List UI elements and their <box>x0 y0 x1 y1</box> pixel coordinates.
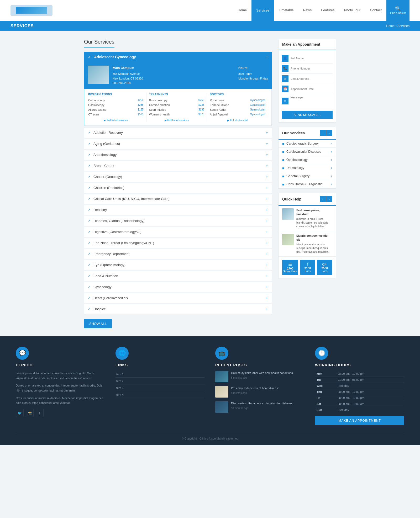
day-label: Fri <box>315 395 336 401</box>
logo[interactable] <box>10 5 52 16</box>
treatments-title: TREATMENTS <box>149 93 204 96</box>
nav-features[interactable]: Features <box>316 0 339 21</box>
send-message-button[interactable]: SEND MESSAGE › <box>282 111 333 119</box>
rss-icon: ☰ <box>283 262 297 267</box>
service-list-item[interactable]: ✓ Ear, Nose, Throat (Otolaryngology/ENT)… <box>84 238 272 248</box>
nav-timetable[interactable]: Timetable <box>274 0 298 21</box>
make-appointment-button[interactable]: MAKE AN APPOINTMENT <box>315 416 404 425</box>
email-input[interactable] <box>291 77 333 80</box>
message-input[interactable] <box>291 96 333 106</box>
service-list-item[interactable]: ✓ Gynecology + <box>84 282 272 292</box>
phone-field: 📞 <box>282 64 333 74</box>
flag-icon: ◼ <box>282 167 284 170</box>
show-all-button[interactable]: SHOW ALL <box>84 319 112 328</box>
add-icon: + <box>266 130 268 135</box>
email-field: ✉ <box>282 74 333 84</box>
sidebar-service-item[interactable]: ◼ Consultative & Diagnostic › <box>279 180 336 188</box>
service-list-item[interactable]: ✓ Hospice + <box>84 304 272 314</box>
footer-link-item: Item 2 <box>116 378 205 384</box>
nav-home[interactable]: Home <box>233 0 252 21</box>
table-row: Colonoscopy $250 <box>88 98 144 103</box>
recent-post-title[interactable]: Pets may reduce risk of heart disease <box>231 386 279 390</box>
person-icon: 👤 <box>282 55 288 62</box>
sidebar-prev-button[interactable]: ‹ <box>320 130 326 136</box>
add-icon: + <box>266 307 268 311</box>
service-list-item[interactable]: ✓ Breast Center + <box>84 161 272 171</box>
service-list-item[interactable]: ✓ Children (Pediatrics) + <box>84 183 272 193</box>
sidebar-service-item[interactable]: ◼ Dermatology › <box>279 164 336 172</box>
service-list-item[interactable]: ✓ Critical Care Units (ICU, NICU, Interm… <box>84 194 272 204</box>
our-services-heading: Our Services <box>84 39 114 47</box>
footer-hours-col: 🕐 WORKING HOURS Mon 08:00 am - 12:00 pm … <box>315 347 404 425</box>
nav-services[interactable]: Services <box>251 0 274 21</box>
nav-photo-tour[interactable]: Photo Tour <box>339 0 365 21</box>
phone-input[interactable] <box>291 67 333 70</box>
service-list-item[interactable]: ✓ Food & Nutrition + <box>84 271 272 281</box>
recent-post-title[interactable]: Discoveries offer a new explanation for … <box>231 401 292 406</box>
check-icon: ✓ <box>88 307 91 311</box>
footer-link[interactable]: Item 4 <box>116 393 124 396</box>
instagram-button[interactable]: 📸 <box>26 409 34 417</box>
quick-help-next-button[interactable]: › <box>326 196 332 202</box>
quick-help-prev-button[interactable]: ‹ <box>320 196 326 202</box>
facebook-count: 3100 <box>301 267 314 270</box>
service-list-item[interactable]: ✓ Diabetes, Glands (Endocrinology) + <box>84 216 272 226</box>
treatments-full-list[interactable]: Full list of services <box>149 119 204 122</box>
recent-post-image <box>215 386 228 398</box>
service-list-item[interactable]: ✓ Eye (Ophthalmology) + <box>84 260 272 270</box>
main-wrapper: Our Services ✓ Adolescent Gynecology − M… <box>79 31 341 336</box>
footer-links-icon: 🌐 <box>116 347 129 360</box>
sidebar-next-button[interactable]: › <box>326 130 332 136</box>
quick-help-title: Quick Help ‹ › <box>279 193 336 206</box>
sidebar-service-item[interactable]: ◼ Cardiovascular Diseases › <box>279 148 336 156</box>
service-item-label: Dentistry <box>93 208 266 212</box>
service-list-item[interactable]: ✓ Dentistry + <box>84 205 272 215</box>
quick-help-nav-buttons: ‹ › <box>320 196 332 202</box>
flag-icon: ◼ <box>282 175 284 178</box>
nav-news[interactable]: News <box>298 0 317 21</box>
check-icon: ✓ <box>88 241 91 245</box>
service-list-item[interactable]: ✓ Anesthesiology + <box>84 150 272 160</box>
sidebar-service-item[interactable]: ◼ Cardiothoracic Surgery › <box>279 140 336 148</box>
twitter-button[interactable]: 🐦 <box>16 409 24 417</box>
sidebar-service-item[interactable]: ◼ Ophthalmology › <box>279 156 336 164</box>
recent-post-date: 10 months ago <box>231 406 292 410</box>
hours-value: Free day <box>336 383 404 389</box>
day-label: Tue <box>315 377 336 383</box>
find-doctor-button[interactable]: 🔍 Find a Doctor <box>386 0 410 21</box>
service-list-item[interactable]: ✓ Digestive (Gastroenterology/GI) + <box>84 227 272 237</box>
facebook-box[interactable]: f 3100 Fans <box>300 260 315 275</box>
footer-clinico-title: CLINICO <box>16 363 105 367</box>
content-column: Our Services ✓ Adolescent Gynecology − M… <box>84 39 272 328</box>
footer-link[interactable]: Item 2 <box>116 379 124 383</box>
table-row: CT scan $575 <box>88 112 144 117</box>
googleplus-box[interactable]: g+ 2500 Fans <box>317 260 332 275</box>
collapse-icon[interactable]: − <box>266 55 268 59</box>
investigations-full-list[interactable]: Full list of services <box>88 119 144 122</box>
service-list-item[interactable]: ✓ Aging (Geriatrics) + <box>84 139 272 149</box>
check-icon: ✓ <box>88 175 91 179</box>
service-list-item[interactable]: ✓ Heart (Cardiovascular) + <box>84 293 272 303</box>
rss-box[interactable]: ☰ 1700 Subscribers <box>282 260 298 275</box>
footer-link-item: Item 4 <box>116 391 205 398</box>
fullname-input[interactable] <box>291 57 333 60</box>
footer-link[interactable]: Item 1 <box>116 373 124 376</box>
doctors-full-list[interactable]: Full doctors list <box>210 119 265 122</box>
facebook-button[interactable]: f <box>36 409 44 417</box>
footer-links-col: 🌐 LINKS Item 1Item 2Item 3Item 4 <box>116 347 205 425</box>
active-service-header[interactable]: ✓ Adolescent Gynecology − <box>84 52 272 62</box>
recent-post-title[interactable]: How study links labor with new health co… <box>231 371 293 375</box>
footer-link[interactable]: Item 3 <box>116 386 124 389</box>
breadcrumb-bar: SERVICES Home › Services <box>0 21 420 31</box>
day-label: Mon <box>315 371 336 377</box>
service-list-item[interactable]: ✓ Emergency Department + <box>84 249 272 259</box>
add-icon: + <box>266 152 268 157</box>
sidebar-service-item[interactable]: ◼ General Surgery › <box>279 172 336 180</box>
hours-row: Mon 08:00 am - 12:00 pm <box>315 371 404 377</box>
service-list-item[interactable]: ✓ Cancer (Oncology) + <box>84 172 272 182</box>
service-list-item[interactable]: ✓ Addiction Recovery + <box>84 128 272 138</box>
date-input[interactable] <box>291 87 333 91</box>
breadcrumb-home[interactable]: Home <box>386 24 395 28</box>
recent-post-item: Pets may reduce risk of heart disease 8 … <box>215 386 304 398</box>
nav-contact[interactable]: Contact <box>365 0 386 21</box>
